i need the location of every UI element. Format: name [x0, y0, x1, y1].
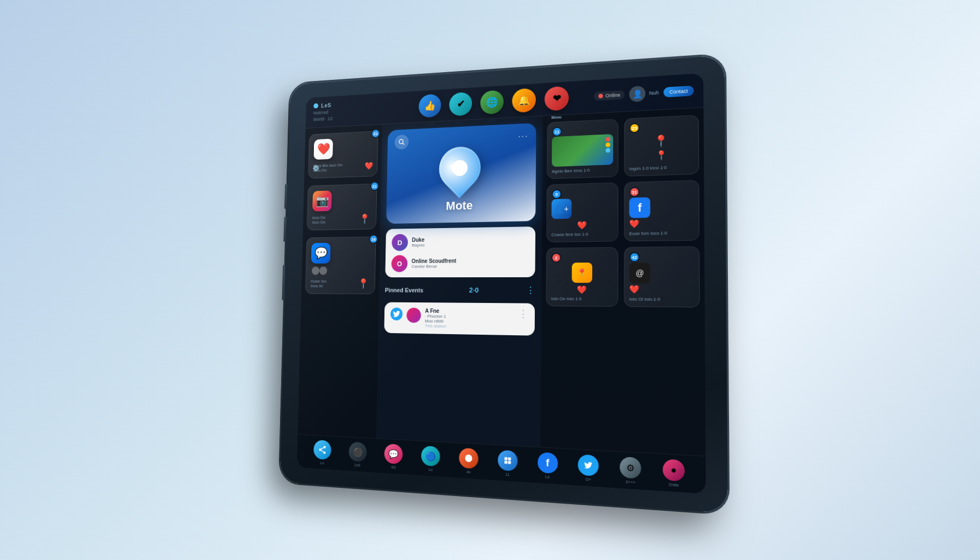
mote-widget[interactable]: ··· Mote: [386, 123, 536, 224]
dock-orange-label: 4o: [466, 470, 471, 474]
messenger-icon: 💬: [314, 247, 328, 260]
star-badge: 2: [551, 253, 561, 262]
dock-fb[interactable]: f Le: [538, 452, 558, 480]
dock-twitter[interactable]: D+: [578, 454, 599, 482]
volume-down-button[interactable]: [283, 217, 286, 242]
top-icon-ded[interactable]: 🔔 Ded: [512, 88, 536, 113]
dock-chat[interactable]: 💬 4G: [384, 444, 403, 470]
left-sidebar: 21 ❤️ ❤️ ⚙️ Bore Bio Ioco Oo Ioco Oo: [298, 125, 382, 439]
fb-badge: 31: [629, 187, 640, 197]
right-card-star[interactable]: 2 📍 ❤️ Iolo Oo Iolo 1·0: [546, 247, 618, 307]
heart-fb-icon: ❤️: [629, 218, 694, 228]
dock-more[interactable]: ● Onite: [663, 459, 685, 488]
heart-icon: ❤: [552, 92, 561, 105]
facebook-icon: f: [629, 197, 651, 218]
blue-dock-icon: [498, 450, 517, 471]
map-visual: [552, 134, 613, 167]
orange-icon: [459, 448, 479, 469]
fb-card-label: Euse fom Ioco 1·0: [629, 230, 694, 236]
tablet-device: LeS Notcred World · 13 👍 Dodo ✔ Mamo: [280, 55, 728, 514]
pin-gold-icon: 📍: [654, 134, 668, 148]
dock-more-label: Onite: [669, 482, 679, 487]
left-card-3[interactable]: 16 💬 📍 Outer lon Ioca 3n: [305, 236, 376, 294]
follow-card-label: Coase fere Ion 1·0: [551, 231, 613, 237]
top-icon-movo[interactable]: ❤ Movo: [545, 86, 569, 111]
svg-line-1: [402, 143, 404, 145]
svg-point-7: [465, 454, 472, 462]
dock-blue[interactable]: 11: [498, 450, 518, 477]
right-card-map[interactable]: 11 Agelo Ben Iono 1·0: [547, 119, 619, 179]
dock-dark[interactable]: ⚫ 1o0: [348, 442, 367, 468]
pinned-events-section: Pinned Events 2·0 ⋮: [385, 283, 535, 298]
twitter-dock-icon: [578, 454, 599, 476]
chat-list: D Duke lltaynio O Online Scoudfrent Cand…: [385, 226, 535, 277]
dock-fb-label: Le: [545, 475, 550, 479]
chat-item-1[interactable]: D Duke lltaynio: [392, 232, 529, 251]
svg-line-5: [321, 450, 324, 452]
profile-icon: 👤: [629, 86, 646, 102]
fb-dock-icon: f: [538, 452, 558, 474]
dock-blue-label: 11: [505, 472, 510, 477]
volume-up-button[interactable]: [284, 184, 287, 209]
top-icon-dodo[interactable]: 👍 Dodo: [418, 94, 441, 118]
icon-label-movo: Movo: [551, 115, 561, 120]
mote-more-button[interactable]: ···: [518, 131, 528, 142]
badge-1: 21: [371, 129, 380, 138]
contact-button[interactable]: Contact: [663, 85, 693, 97]
profile-area: 👤 Nuh: [629, 85, 659, 102]
user-label: LeS: [321, 102, 331, 108]
pins-badge: 25: [629, 122, 640, 133]
tweet-card[interactable]: A Fne · Phocton 1 Moo ri900 This station…: [384, 302, 535, 336]
pins-card-label: Iogon 1·0 Ioco 1·0: [629, 164, 694, 171]
top-icon-mamo[interactable]: ✔ Mamo: [449, 92, 472, 116]
card3-icon: 💬: [311, 243, 331, 264]
circle-indicator: [312, 266, 319, 275]
dock-share[interactable]: Lo: [313, 440, 331, 465]
chat-sub-2: Candor Berue: [411, 264, 528, 269]
right-card-threads[interactable]: 42 @ ❤️ Ioto Oi Ioin-1·0: [624, 246, 700, 307]
map-dot-blue: [605, 148, 610, 153]
dock-twitter-label: D+: [586, 477, 591, 482]
globe-icon: 🌐: [486, 96, 498, 109]
card2-icon: 📷: [312, 190, 332, 211]
pin-icons-group: 📍 📍: [629, 130, 694, 164]
dock-teal[interactable]: 🔵 Lo: [421, 446, 440, 472]
map-card-label: Agelo Ben Iono 1·0: [552, 167, 613, 174]
heart-threads-icon: ❤️: [629, 284, 695, 294]
right-card-facebook[interactable]: 31 f ❤️ Euse fom Ioco 1·0: [624, 180, 699, 241]
center-panel: ··· Mote D Duke lltaynio: [376, 116, 543, 447]
heart-follow-icon: ❤️: [551, 220, 613, 230]
dock-dark-label: 1o0: [354, 463, 360, 468]
top-icon-non[interactable]: 🌐 Non: [480, 90, 504, 114]
dock-chat-label: 4G: [391, 465, 396, 470]
follow-icon: 👤+: [551, 199, 571, 219]
right-card-pins[interactable]: 25 📍 📍 Iogon 1·0 Ioco 1·0: [624, 115, 699, 177]
chat-info-2: Online Scoudfrent Candor Berue: [411, 258, 528, 269]
chat-info-1: Duke lltaynio: [412, 235, 529, 247]
pinned-events-title: Pinned Events: [385, 287, 423, 293]
card2-label-line2: Ioco Oo: [312, 220, 326, 225]
threads-icon: @: [629, 263, 651, 284]
left-card-2[interactable]: 21 📷 📍 Ioco Oo Ioco Oo: [307, 183, 377, 230]
scene: LeS Notcred World · 13 👍 Dodo ✔ Mamo: [189, 34, 791, 526]
right-card-follow[interactable]: 0 👤+ ❤️ Coase fere Ion 1·0: [546, 182, 618, 242]
svg-rect-8: [504, 457, 507, 460]
thumbs-up-icon: 👍: [424, 100, 436, 112]
mote-search-button[interactable]: [394, 135, 409, 150]
pinned-more-button[interactable]: ⋮: [526, 285, 535, 295]
threads-card-label: Ioto Oi Ioin-1·0: [629, 296, 695, 302]
right-panel: 11 Agelo Ben Iono 1·0: [540, 108, 705, 456]
power-button[interactable]: [282, 265, 285, 300]
left-card-1[interactable]: 21 ❤️ ❤️ ⚙️ Bore Bio Ioco Oo Ioco Oo: [308, 131, 378, 178]
location-pin-card3: 📍: [358, 278, 369, 289]
card2-label: Ioco Oo Ioco Oo: [312, 215, 326, 225]
header-left: LeS Notcred World · 13: [313, 98, 398, 122]
pinned-events-count: 2·0: [469, 286, 479, 294]
status-indicator: Online: [594, 90, 625, 101]
chat-item-2[interactable]: O Online Scoudfrent Candor Berue: [391, 254, 528, 272]
more-dock-icon: ●: [663, 459, 685, 482]
tweet-user-avatar: [406, 308, 421, 323]
dock-orange[interactable]: 4o: [459, 448, 479, 475]
tweet-more-dots[interactable]: ⋮: [518, 309, 528, 319]
dock-settings[interactable]: ⚙ 0+++: [620, 457, 641, 485]
